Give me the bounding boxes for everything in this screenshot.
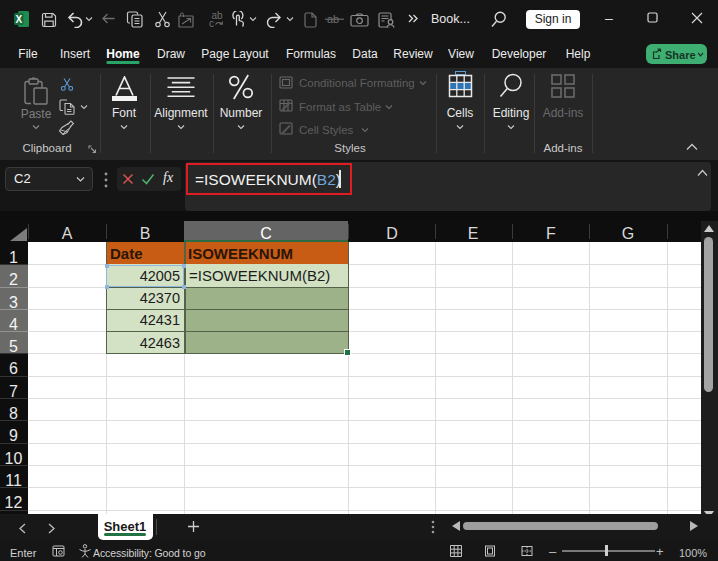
svg-text:c: c xyxy=(209,18,214,28)
svg-text:X: X xyxy=(15,14,22,25)
